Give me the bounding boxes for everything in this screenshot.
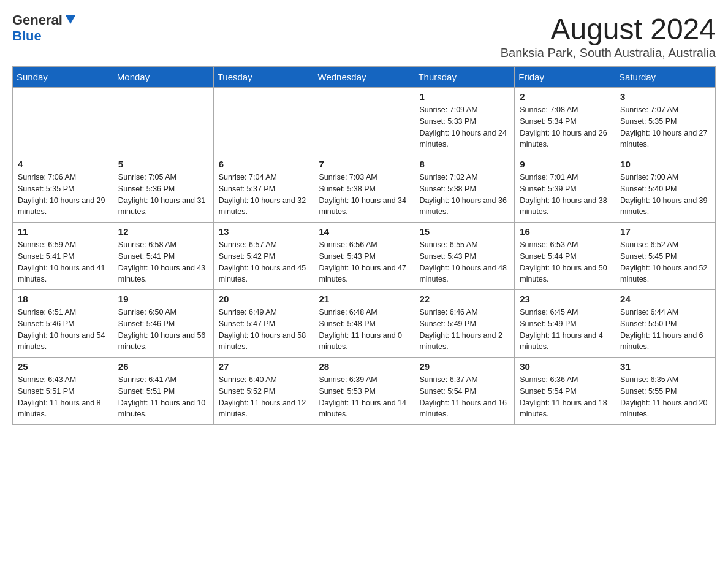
week-row-1: 1Sunrise: 7:09 AMSunset: 5:33 PMDaylight… xyxy=(13,88,716,155)
logo-blue-text: Blue xyxy=(12,28,42,44)
calendar-cell: 15Sunrise: 6:55 AMSunset: 5:43 PMDayligh… xyxy=(414,223,515,290)
logo-general-text: General xyxy=(12,12,63,28)
calendar-cell: 8Sunrise: 7:02 AMSunset: 5:38 PMDaylight… xyxy=(414,155,515,223)
day-info: Sunrise: 7:05 AMSunset: 5:36 PMDaylight:… xyxy=(118,172,208,218)
day-number: 26 xyxy=(118,361,208,372)
day-number: 8 xyxy=(419,159,509,169)
day-info: Sunrise: 6:51 AMSunset: 5:46 PMDaylight:… xyxy=(18,307,108,353)
title-area: August 2024 Banksia Park, South Australi… xyxy=(501,12,716,60)
calendar-cell: 6Sunrise: 7:04 AMSunset: 5:37 PMDaylight… xyxy=(213,155,314,223)
day-info: Sunrise: 6:48 AMSunset: 5:48 PMDaylight:… xyxy=(319,307,409,353)
day-info: Sunrise: 6:35 AMSunset: 5:55 PMDaylight:… xyxy=(620,374,710,420)
day-info: Sunrise: 7:02 AMSunset: 5:38 PMDaylight:… xyxy=(419,172,509,218)
calendar-cell xyxy=(13,88,113,155)
logo-triangle-icon xyxy=(64,13,77,28)
logo: General Blue xyxy=(12,12,77,44)
header-day-friday: Friday xyxy=(515,67,615,88)
day-info: Sunrise: 6:46 AMSunset: 5:49 PMDaylight:… xyxy=(419,307,509,353)
day-number: 19 xyxy=(118,294,208,304)
calendar-cell: 25Sunrise: 6:43 AMSunset: 5:51 PMDayligh… xyxy=(13,358,113,425)
day-info: Sunrise: 7:04 AMSunset: 5:37 PMDaylight:… xyxy=(219,172,309,218)
calendar-cell: 11Sunrise: 6:59 AMSunset: 5:41 PMDayligh… xyxy=(13,223,113,290)
day-number: 4 xyxy=(18,159,108,169)
day-number: 6 xyxy=(219,159,309,169)
location-subtitle: Banksia Park, South Australia, Australia xyxy=(501,46,716,60)
calendar-cell: 26Sunrise: 6:41 AMSunset: 5:51 PMDayligh… xyxy=(113,358,213,425)
calendar-cell: 14Sunrise: 6:56 AMSunset: 5:43 PMDayligh… xyxy=(314,223,414,290)
day-number: 12 xyxy=(118,226,208,237)
day-info: Sunrise: 6:56 AMSunset: 5:43 PMDaylight:… xyxy=(319,239,409,285)
day-number: 18 xyxy=(18,294,108,304)
header-day-sunday: Sunday xyxy=(13,67,113,88)
calendar-cell: 29Sunrise: 6:37 AMSunset: 5:54 PMDayligh… xyxy=(414,358,515,425)
day-info: Sunrise: 6:41 AMSunset: 5:51 PMDaylight:… xyxy=(118,374,208,420)
day-info: Sunrise: 6:49 AMSunset: 5:47 PMDaylight:… xyxy=(219,307,309,353)
header-day-wednesday: Wednesday xyxy=(314,67,414,88)
month-title: August 2024 xyxy=(501,12,716,46)
calendar-cell: 27Sunrise: 6:40 AMSunset: 5:52 PMDayligh… xyxy=(213,358,314,425)
calendar-cell: 2Sunrise: 7:08 AMSunset: 5:34 PMDaylight… xyxy=(515,88,615,155)
calendar-cell: 28Sunrise: 6:39 AMSunset: 5:53 PMDayligh… xyxy=(314,358,414,425)
week-row-4: 18Sunrise: 6:51 AMSunset: 5:46 PMDayligh… xyxy=(13,290,716,358)
day-number: 1 xyxy=(419,91,509,102)
header-day-tuesday: Tuesday xyxy=(213,67,314,88)
calendar-cell: 3Sunrise: 7:07 AMSunset: 5:35 PMDaylight… xyxy=(615,88,716,155)
day-number: 14 xyxy=(319,226,409,237)
calendar-cell: 10Sunrise: 7:00 AMSunset: 5:40 PMDayligh… xyxy=(615,155,716,223)
day-number: 9 xyxy=(520,159,610,169)
calendar-cell: 23Sunrise: 6:45 AMSunset: 5:49 PMDayligh… xyxy=(515,290,615,358)
calendar-cell: 22Sunrise: 6:46 AMSunset: 5:49 PMDayligh… xyxy=(414,290,515,358)
day-number: 24 xyxy=(620,294,710,304)
day-number: 7 xyxy=(319,159,409,169)
day-number: 30 xyxy=(520,361,610,372)
day-info: Sunrise: 6:43 AMSunset: 5:51 PMDaylight:… xyxy=(18,374,108,420)
day-info: Sunrise: 6:55 AMSunset: 5:43 PMDaylight:… xyxy=(419,239,509,285)
day-number: 27 xyxy=(219,361,309,372)
day-number: 10 xyxy=(620,159,710,169)
calendar-cell xyxy=(113,88,213,155)
calendar-cell: 19Sunrise: 6:50 AMSunset: 5:46 PMDayligh… xyxy=(113,290,213,358)
day-info: Sunrise: 6:37 AMSunset: 5:54 PMDaylight:… xyxy=(419,374,509,420)
calendar-cell: 21Sunrise: 6:48 AMSunset: 5:48 PMDayligh… xyxy=(314,290,414,358)
week-row-2: 4Sunrise: 7:06 AMSunset: 5:35 PMDaylight… xyxy=(13,155,716,223)
day-number: 3 xyxy=(620,91,710,102)
header-day-thursday: Thursday xyxy=(414,67,515,88)
day-number: 20 xyxy=(219,294,309,304)
day-number: 13 xyxy=(219,226,309,237)
day-info: Sunrise: 7:09 AMSunset: 5:33 PMDaylight:… xyxy=(419,104,509,150)
calendar-cell: 5Sunrise: 7:05 AMSunset: 5:36 PMDaylight… xyxy=(113,155,213,223)
day-number: 22 xyxy=(419,294,509,304)
calendar-cell xyxy=(314,88,414,155)
header-day-saturday: Saturday xyxy=(615,67,716,88)
day-number: 15 xyxy=(419,226,509,237)
day-info: Sunrise: 6:53 AMSunset: 5:44 PMDaylight:… xyxy=(520,239,610,285)
day-number: 25 xyxy=(18,361,108,372)
calendar-cell: 24Sunrise: 6:44 AMSunset: 5:50 PMDayligh… xyxy=(615,290,716,358)
day-info: Sunrise: 6:39 AMSunset: 5:53 PMDaylight:… xyxy=(319,374,409,420)
calendar-cell: 30Sunrise: 6:36 AMSunset: 5:54 PMDayligh… xyxy=(515,358,615,425)
day-info: Sunrise: 6:50 AMSunset: 5:46 PMDaylight:… xyxy=(118,307,208,353)
calendar-cell: 20Sunrise: 6:49 AMSunset: 5:47 PMDayligh… xyxy=(213,290,314,358)
calendar-cell: 12Sunrise: 6:58 AMSunset: 5:41 PMDayligh… xyxy=(113,223,213,290)
svg-marker-0 xyxy=(66,15,75,24)
day-number: 21 xyxy=(319,294,409,304)
day-info: Sunrise: 6:45 AMSunset: 5:49 PMDaylight:… xyxy=(520,307,610,353)
day-info: Sunrise: 7:08 AMSunset: 5:34 PMDaylight:… xyxy=(520,104,610,150)
day-info: Sunrise: 6:57 AMSunset: 5:42 PMDaylight:… xyxy=(219,239,309,285)
day-number: 23 xyxy=(520,294,610,304)
calendar-cell: 13Sunrise: 6:57 AMSunset: 5:42 PMDayligh… xyxy=(213,223,314,290)
calendar-cell: 31Sunrise: 6:35 AMSunset: 5:55 PMDayligh… xyxy=(615,358,716,425)
day-info: Sunrise: 7:07 AMSunset: 5:35 PMDaylight:… xyxy=(620,104,710,150)
week-row-3: 11Sunrise: 6:59 AMSunset: 5:41 PMDayligh… xyxy=(13,223,716,290)
day-info: Sunrise: 6:40 AMSunset: 5:52 PMDaylight:… xyxy=(219,374,309,420)
day-number: 11 xyxy=(18,226,108,237)
week-row-5: 25Sunrise: 6:43 AMSunset: 5:51 PMDayligh… xyxy=(13,358,716,425)
day-info: Sunrise: 6:59 AMSunset: 5:41 PMDaylight:… xyxy=(18,239,108,285)
calendar-cell: 18Sunrise: 6:51 AMSunset: 5:46 PMDayligh… xyxy=(13,290,113,358)
day-number: 2 xyxy=(520,91,610,102)
calendar-cell: 4Sunrise: 7:06 AMSunset: 5:35 PMDaylight… xyxy=(13,155,113,223)
day-number: 29 xyxy=(419,361,509,372)
day-info: Sunrise: 7:01 AMSunset: 5:39 PMDaylight:… xyxy=(520,172,610,218)
day-info: Sunrise: 6:58 AMSunset: 5:41 PMDaylight:… xyxy=(118,239,208,285)
day-number: 28 xyxy=(319,361,409,372)
